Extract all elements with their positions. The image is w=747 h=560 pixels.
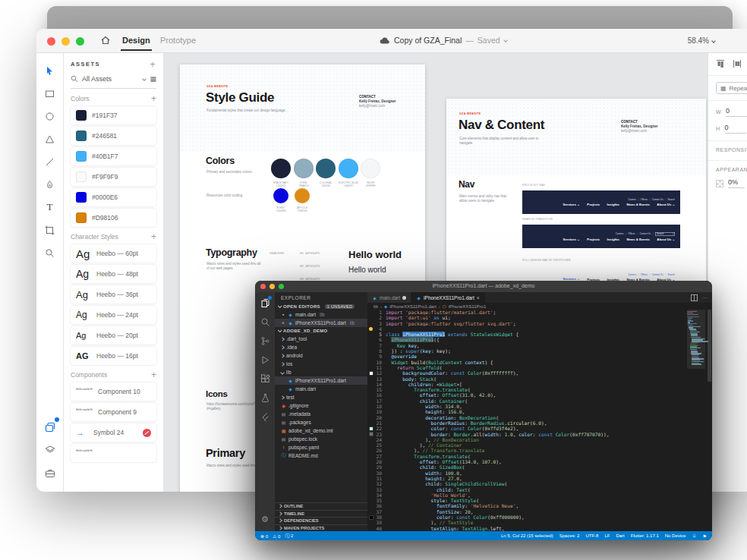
tab-iphone-dart[interactable]: ◈ iPhoneXXS11Pro1.dart × bbox=[411, 292, 485, 303]
asset-charstyle-row[interactable]: AgHeebo — 36pt bbox=[71, 285, 156, 304]
feedback-icon[interactable]: ☺ bbox=[692, 533, 696, 538]
scrollbar[interactable] bbox=[707, 310, 712, 531]
status-warning[interactable]: ⚠ 0 bbox=[273, 533, 280, 539]
nav-link[interactable]: News & Events bbox=[626, 237, 649, 241]
styleguide-color-circle[interactable] bbox=[294, 159, 314, 178]
code-line[interactable]: 3import 'package:flutter_svg/flutter_svg… bbox=[367, 321, 712, 326]
code-line[interactable]: 12 backgroundColor: const Color(0xffffff… bbox=[367, 370, 712, 376]
breadcrumb-item[interactable]: lib bbox=[374, 304, 378, 309]
sidebar-section-maven-projects[interactable]: MAVEN PROJECTS bbox=[275, 524, 367, 532]
home-icon[interactable] bbox=[100, 35, 111, 49]
nav-link[interactable]: About Us ⌄ bbox=[657, 237, 675, 241]
extensions-icon[interactable] bbox=[259, 373, 271, 385]
tab-main-dart[interactable]: ◈ main.dart bbox=[367, 292, 411, 303]
layers-panel-icon[interactable] bbox=[42, 442, 58, 458]
code-line[interactable]: 37 fontSize: 20, bbox=[367, 509, 712, 514]
code-line[interactable]: 30 width: 100.0, bbox=[367, 470, 712, 476]
flutter-icon[interactable] bbox=[259, 411, 271, 423]
status-item[interactable]: Spaces: 2 bbox=[559, 533, 580, 538]
utility-link[interactable]: Offices bbox=[641, 273, 648, 275]
status-item[interactable]: Ln 5, Col 22 (15 selected) bbox=[501, 533, 553, 538]
tree-file-row[interactable]: ▦adobe_xd_demo.iml bbox=[275, 426, 367, 435]
open-editor-row[interactable]: ●◈main.dartlib bbox=[275, 310, 367, 319]
status-info[interactable]: ⓘ 2 bbox=[285, 533, 293, 540]
tree-folder-row[interactable]: lib bbox=[275, 368, 367, 376]
resource-color-circle[interactable] bbox=[295, 188, 310, 203]
asset-charstyle-row[interactable]: AgHeebo — 60pt bbox=[71, 244, 156, 263]
code-line[interactable]: 13 body: Stack( bbox=[367, 376, 712, 382]
utility-link[interactable]: Careers bbox=[616, 233, 624, 235]
code-editor[interactable]: 1import 'package:flutter/material.dart';… bbox=[367, 310, 712, 531]
code-line[interactable]: 21 borderRadius: BorderRadius.circular(6… bbox=[367, 420, 712, 426]
asset-color-row[interactable]: #40B1F7 bbox=[71, 147, 156, 165]
more-actions-icon[interactable]: ··· bbox=[702, 295, 708, 300]
chevron-down-icon[interactable] bbox=[143, 77, 147, 81]
code-line[interactable]: 36 fontFamily: 'Helvetica Neue', bbox=[367, 503, 712, 508]
asset-color-row[interactable]: #246581 bbox=[71, 127, 156, 145]
status-item[interactable]: Dart bbox=[616, 533, 624, 538]
tree-file-row[interactable]: ▤pubspec.lock bbox=[275, 435, 367, 443]
tree-file-row[interactable]: ▤.metadata bbox=[275, 410, 367, 418]
artboard-tool[interactable] bbox=[42, 222, 58, 238]
width-field[interactable]: 0 bbox=[726, 107, 747, 117]
chevron-down-icon[interactable] bbox=[503, 38, 508, 42]
notifications-icon[interactable]: ⚑ bbox=[703, 533, 707, 539]
code-line[interactable]: 6 iPhoneXXS11Pro1({ bbox=[367, 337, 712, 342]
utility-link[interactable]: Careers bbox=[628, 199, 636, 201]
status-item[interactable]: LF bbox=[604, 533, 610, 538]
polygon-tool[interactable] bbox=[42, 131, 58, 147]
pen-tool[interactable] bbox=[42, 176, 58, 193]
assets-filter-value[interactable]: All Assets bbox=[82, 75, 139, 83]
tree-file-row[interactable]: ◈main.dart bbox=[275, 385, 367, 393]
tree-file-row[interactable]: ▤.packages bbox=[275, 418, 367, 426]
code-line[interactable]: 4 bbox=[367, 326, 712, 332]
zoom-window-button[interactable] bbox=[76, 37, 84, 46]
utility-link[interactable]: Offices bbox=[628, 233, 635, 235]
resource-color-circle[interactable] bbox=[273, 188, 288, 203]
code-line[interactable]: 11 return Scaffold( bbox=[367, 365, 712, 370]
code-line[interactable]: 40 textAlign: TextAlign.left, bbox=[367, 526, 712, 531]
tree-folder-row[interactable]: ios bbox=[275, 360, 367, 368]
code-line[interactable]: 20 decoration: BoxDecoration( bbox=[367, 415, 712, 420]
tree-folder-row[interactable]: .idea bbox=[275, 343, 367, 351]
tree-folder-row[interactable]: android bbox=[275, 351, 367, 360]
code-line[interactable]: 16 offset: Offset(31.0, 42.0), bbox=[367, 392, 712, 398]
zoom-control[interactable]: 58.4% bbox=[688, 36, 715, 45]
styleguide-color-circle[interactable] bbox=[339, 159, 358, 178]
code-line[interactable]: 14 children: <Widget>[ bbox=[367, 382, 712, 387]
code-line[interactable]: 38 color: const Color(0xff000000), bbox=[367, 514, 712, 520]
line-tool[interactable] bbox=[42, 153, 58, 170]
distribute-horizontal-icon[interactable] bbox=[733, 59, 742, 68]
open-editor-row[interactable]: ×◈iPhoneXXS11Pro1.dartlib bbox=[275, 319, 367, 327]
breadcrumb-item[interactable]: iPhoneXXS11Pro1.dart bbox=[389, 304, 437, 309]
code-line[interactable]: 29 child: SizedBox( bbox=[367, 464, 712, 470]
explorer-icon[interactable] bbox=[259, 297, 271, 309]
dirty-dot-icon[interactable]: ● bbox=[281, 313, 285, 316]
utility-link[interactable]: Contact Us bbox=[652, 199, 663, 201]
asset-color-row[interactable]: #F9F9F9 bbox=[71, 168, 156, 186]
add-color-button[interactable]: + bbox=[151, 96, 156, 102]
tree-file-row[interactable]: !pubspec.yaml bbox=[275, 443, 367, 451]
open-editors-header[interactable]: OPEN EDITORS 1 UNSAVED bbox=[275, 303, 367, 310]
code-line[interactable]: 23 border: Border.all(width: 1.0, color:… bbox=[367, 432, 712, 437]
code-line[interactable]: 9 @override bbox=[367, 354, 712, 359]
code-line[interactable]: 22 color: const Color(0xffd3f4e2), bbox=[367, 426, 712, 431]
add-component-button[interactable]: + bbox=[151, 372, 156, 378]
styleguide-color-circle[interactable] bbox=[271, 159, 291, 178]
code-line[interactable]: 18 width: 314.0, bbox=[367, 404, 712, 409]
chevron-down-icon[interactable] bbox=[711, 39, 716, 43]
styleguide-color-circle[interactable] bbox=[316, 159, 336, 178]
utility-link[interactable]: Search bbox=[667, 199, 675, 201]
search-icon[interactable] bbox=[259, 316, 271, 328]
asset-component-row[interactable]: Hello world Hello wo bbox=[71, 444, 156, 462]
asset-color-row[interactable]: #191F37 bbox=[71, 106, 156, 124]
status-error[interactable]: ⊗ 0 bbox=[260, 533, 268, 539]
repeat-grid-button[interactable]: ▦ Repeat Grid bbox=[716, 82, 747, 94]
test-flask-icon[interactable] bbox=[259, 392, 271, 404]
document-title[interactable]: Copy of GZA_Final — Saved bbox=[380, 36, 507, 45]
search-transition-nav-bar[interactable]: Careers|Offices|Contact Us|SearchService… bbox=[522, 225, 680, 248]
code-line[interactable]: 33 child: Text( bbox=[367, 487, 712, 492]
tree-file-row[interactable]: ⓘREADME.md bbox=[275, 451, 367, 460]
status-item[interactable]: Flutter: 1.17.1 bbox=[631, 533, 659, 538]
code-line[interactable]: 15 Transform.translate( bbox=[367, 387, 712, 392]
